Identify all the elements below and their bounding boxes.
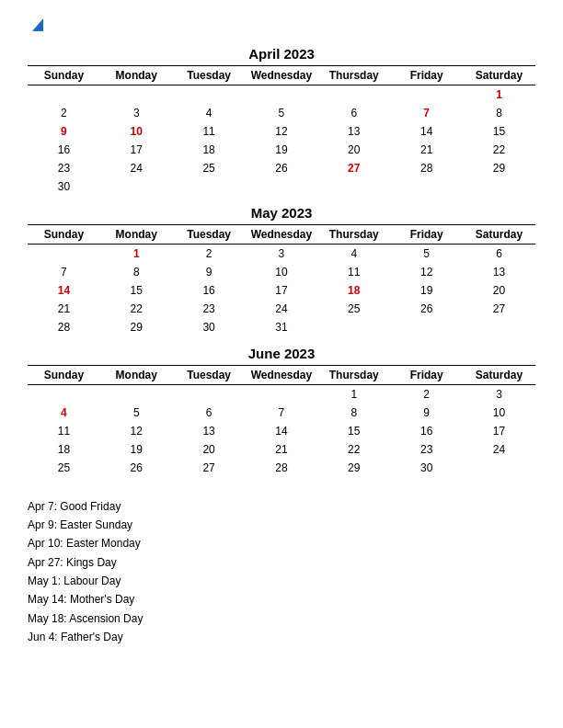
table-cell: 17 [246, 281, 318, 300]
table-cell: 6 [173, 404, 246, 422]
table-cell: 18 [317, 281, 390, 300]
table-cell: 17 [100, 141, 173, 159]
table-cell: 9 [390, 404, 463, 422]
table-cell: 3 [100, 104, 173, 122]
table-cell: 27 [463, 300, 535, 318]
col-fri: Friday [390, 65, 463, 85]
table-cell: 9 [28, 122, 100, 141]
table-row: 30 [28, 177, 535, 196]
table-cell: 22 [317, 440, 390, 459]
table-cell: 2 [28, 104, 100, 122]
table-cell: 10 [463, 404, 535, 422]
logo-general [28, 18, 43, 35]
table-cell [317, 318, 390, 336]
april-header-row: Sunday Monday Tuesday Wednesday Thursday… [28, 65, 535, 85]
table-row: 23242526272829 [28, 159, 535, 177]
may-body: 1234567891011121314151617181920212223242… [28, 244, 535, 336]
table-cell: 7 [390, 104, 463, 122]
col-sat: Saturday [463, 224, 535, 244]
table-cell: 5 [100, 404, 173, 422]
table-cell: 11 [28, 422, 100, 440]
holiday-item: Apr 27: Kings Day [28, 553, 535, 572]
table-cell: 23 [28, 159, 100, 177]
holiday-item: Apr 10: Easter Monday [28, 534, 535, 552]
col-tue: Tuesday [173, 224, 246, 244]
table-cell: 30 [28, 177, 100, 196]
col-wed: Wednesday [246, 365, 318, 384]
table-cell: 18 [28, 440, 100, 459]
table-cell: 1 [463, 85, 535, 104]
table-cell: 8 [463, 104, 535, 122]
holiday-item: Apr 7: Good Friday [28, 497, 535, 516]
table-cell [390, 177, 463, 196]
table-cell: 26 [390, 300, 463, 318]
table-cell: 22 [100, 300, 173, 318]
table-cell: 5 [390, 244, 463, 263]
col-wed: Wednesday [246, 65, 318, 85]
svg-marker-0 [32, 18, 43, 31]
table-cell: 23 [173, 300, 246, 318]
col-mon: Monday [100, 65, 173, 85]
logo-triangle-icon [30, 18, 43, 35]
col-tue: Tuesday [173, 365, 246, 384]
table-cell: 16 [173, 281, 246, 300]
table-cell: 24 [463, 440, 535, 459]
table-row: 78910111213 [28, 263, 535, 281]
table-cell: 4 [173, 104, 246, 122]
holidays-list: Apr 7: Good FridayApr 9: Easter SundayAp… [28, 497, 535, 647]
table-cell: 29 [100, 318, 173, 336]
table-cell [28, 384, 100, 404]
col-sat: Saturday [463, 65, 535, 85]
table-cell: 27 [317, 159, 390, 177]
table-row: 45678910 [28, 404, 535, 422]
col-fri: Friday [390, 365, 463, 384]
table-cell [28, 85, 100, 104]
table-cell: 21 [390, 141, 463, 159]
table-cell: 7 [28, 263, 100, 281]
col-thu: Thursday [317, 65, 390, 85]
table-cell [390, 318, 463, 336]
table-cell: 25 [173, 159, 246, 177]
table-cell: 19 [100, 440, 173, 459]
calendar-june: June 2023 Sunday Monday Tuesday Wednesda… [28, 346, 535, 477]
table-cell: 15 [317, 422, 390, 440]
table-cell: 5 [246, 104, 318, 122]
holiday-item: Apr 9: Easter Sunday [28, 516, 535, 534]
table-cell: 21 [246, 440, 318, 459]
table-cell: 3 [246, 244, 318, 263]
table-cell: 26 [100, 459, 173, 477]
june-header-row: Sunday Monday Tuesday Wednesday Thursday… [28, 365, 535, 384]
table-cell: 29 [317, 459, 390, 477]
col-sun: Sunday [28, 224, 100, 244]
table-cell: 25 [317, 300, 390, 318]
table-row: 123456 [28, 244, 535, 263]
table-cell: 28 [390, 159, 463, 177]
table-cell: 12 [100, 422, 173, 440]
june-body: 1234567891011121314151617181920212223242… [28, 384, 535, 477]
table-cell: 16 [390, 422, 463, 440]
holiday-item: May 1: Labour Day [28, 572, 535, 590]
logo [28, 18, 43, 35]
table-row: 14151617181920 [28, 281, 535, 300]
table-row: 11121314151617 [28, 422, 535, 440]
calendar-april: April 2023 Sunday Monday Tuesday Wednesd… [28, 46, 535, 196]
table-cell: 2 [390, 384, 463, 404]
table-cell [28, 244, 100, 263]
table-cell: 30 [173, 318, 246, 336]
table-row: 252627282930 [28, 459, 535, 477]
calendar-may: May 2023 Sunday Monday Tuesday Wednesday… [28, 205, 535, 336]
table-cell: 29 [463, 159, 535, 177]
table-cell: 28 [246, 459, 318, 477]
table-cell: 24 [246, 300, 318, 318]
header [28, 18, 535, 35]
table-row: 21222324252627 [28, 300, 535, 318]
table-cell [100, 177, 173, 196]
table-cell: 8 [100, 263, 173, 281]
table-cell: 18 [173, 141, 246, 159]
table-cell: 9 [173, 263, 246, 281]
table-cell: 1 [317, 384, 390, 404]
table-cell: 6 [317, 104, 390, 122]
table-cell: 13 [173, 422, 246, 440]
table-cell: 14 [28, 281, 100, 300]
table-cell: 22 [463, 141, 535, 159]
